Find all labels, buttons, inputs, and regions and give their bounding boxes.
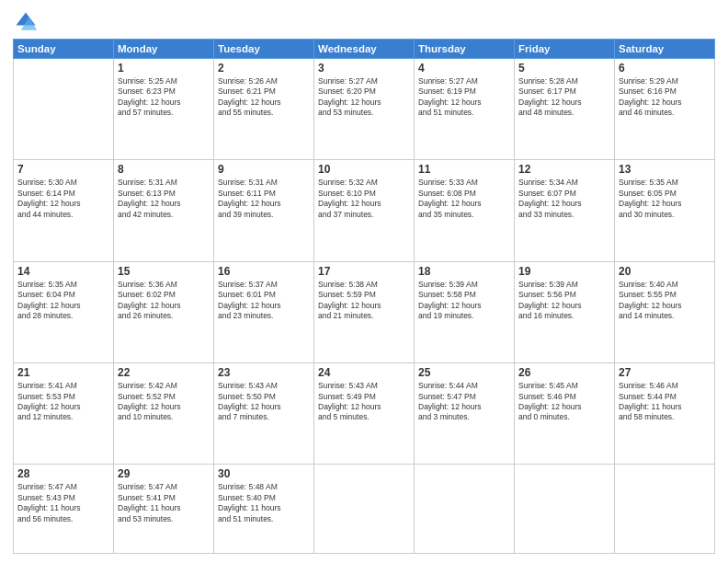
day-number: 22: [118, 366, 210, 379]
week-row-5: 28Sunrise: 5:47 AMSunset: 5:43 PMDayligh…: [14, 465, 715, 554]
calendar-cell: 5Sunrise: 5:28 AMSunset: 6:17 PMDaylight…: [515, 59, 615, 160]
calendar-cell: 8Sunrise: 5:31 AMSunset: 6:13 PMDaylight…: [114, 160, 214, 261]
cell-details: Sunrise: 5:35 AMSunset: 6:04 PMDaylight:…: [17, 280, 109, 322]
cell-details: Sunrise: 5:43 AMSunset: 5:50 PMDaylight:…: [218, 381, 310, 423]
day-number: 2: [218, 62, 310, 75]
cell-details: Sunrise: 5:34 AMSunset: 6:07 PMDaylight:…: [518, 178, 610, 220]
calendar-cell: 25Sunrise: 5:44 AMSunset: 5:47 PMDayligh…: [415, 363, 515, 465]
calendar-cell: 26Sunrise: 5:45 AMSunset: 5:46 PMDayligh…: [515, 363, 615, 465]
cell-details: Sunrise: 5:42 AMSunset: 5:52 PMDaylight:…: [118, 381, 210, 423]
day-number: 5: [518, 62, 610, 75]
day-number: 11: [418, 163, 510, 176]
day-number: 3: [318, 62, 410, 75]
day-number: 14: [17, 265, 109, 278]
cell-details: Sunrise: 5:46 AMSunset: 5:44 PMDaylight:…: [619, 381, 711, 423]
logo: [13, 9, 40, 35]
cell-details: Sunrise: 5:33 AMSunset: 6:08 PMDaylight:…: [418, 178, 510, 220]
cell-details: Sunrise: 5:44 AMSunset: 5:47 PMDaylight:…: [418, 381, 510, 423]
calendar-cell: 28Sunrise: 5:47 AMSunset: 5:43 PMDayligh…: [14, 465, 114, 554]
day-number: 26: [518, 366, 610, 379]
week-row-3: 14Sunrise: 5:35 AMSunset: 6:04 PMDayligh…: [14, 261, 715, 362]
calendar-cell: 14Sunrise: 5:35 AMSunset: 6:04 PMDayligh…: [14, 261, 114, 362]
cell-details: Sunrise: 5:43 AMSunset: 5:49 PMDaylight:…: [318, 381, 410, 423]
day-number: 28: [17, 467, 109, 480]
cell-details: Sunrise: 5:31 AMSunset: 6:13 PMDaylight:…: [118, 178, 210, 220]
calendar-table: SundayMondayTuesdayWednesdayThursdayFrid…: [13, 39, 715, 554]
cell-details: Sunrise: 5:27 AMSunset: 6:19 PMDaylight:…: [418, 76, 510, 119]
calendar-cell: 29Sunrise: 5:47 AMSunset: 5:41 PMDayligh…: [114, 465, 214, 554]
day-number: 4: [418, 62, 510, 75]
day-number: 21: [17, 366, 109, 379]
calendar-cell: 2Sunrise: 5:26 AMSunset: 6:21 PMDaylight…: [214, 59, 314, 160]
day-number: 16: [218, 265, 310, 278]
calendar-cell: 30Sunrise: 5:48 AMSunset: 5:40 PMDayligh…: [214, 465, 314, 554]
cell-details: Sunrise: 5:45 AMSunset: 5:46 PMDaylight:…: [518, 381, 610, 423]
weekday-header-row: SundayMondayTuesdayWednesdayThursdayFrid…: [14, 40, 715, 59]
cell-details: Sunrise: 5:41 AMSunset: 5:53 PMDaylight:…: [17, 381, 109, 423]
day-number: 20: [619, 265, 711, 278]
weekday-tuesday: Tuesday: [214, 40, 314, 59]
calendar-cell: 15Sunrise: 5:36 AMSunset: 6:02 PMDayligh…: [114, 261, 214, 362]
weekday-thursday: Thursday: [415, 40, 515, 59]
week-row-1: 1Sunrise: 5:25 AMSunset: 6:23 PMDaylight…: [14, 59, 715, 160]
calendar-cell: [515, 465, 615, 554]
cell-details: Sunrise: 5:30 AMSunset: 6:14 PMDaylight:…: [17, 178, 109, 220]
day-number: 15: [118, 265, 210, 278]
cell-details: Sunrise: 5:47 AMSunset: 5:43 PMDaylight:…: [17, 482, 109, 524]
cell-details: Sunrise: 5:29 AMSunset: 6:16 PMDaylight:…: [619, 76, 711, 119]
cell-details: Sunrise: 5:31 AMSunset: 6:11 PMDaylight:…: [218, 178, 310, 220]
day-number: 18: [418, 265, 510, 278]
day-number: 25: [418, 366, 510, 379]
calendar-cell: 6Sunrise: 5:29 AMSunset: 6:16 PMDaylight…: [615, 59, 715, 160]
day-number: 12: [518, 163, 610, 176]
header: [13, 9, 715, 35]
calendar-cell: 16Sunrise: 5:37 AMSunset: 6:01 PMDayligh…: [214, 261, 314, 362]
calendar-cell: 3Sunrise: 5:27 AMSunset: 6:20 PMDaylight…: [314, 59, 415, 160]
cell-details: Sunrise: 5:35 AMSunset: 6:05 PMDaylight:…: [619, 178, 711, 220]
calendar-cell: 27Sunrise: 5:46 AMSunset: 5:44 PMDayligh…: [615, 363, 715, 465]
calendar-cell: 7Sunrise: 5:30 AMSunset: 6:14 PMDaylight…: [14, 160, 114, 261]
day-number: 6: [619, 62, 711, 75]
week-row-4: 21Sunrise: 5:41 AMSunset: 5:53 PMDayligh…: [14, 363, 715, 465]
weekday-monday: Monday: [114, 40, 214, 59]
cell-details: Sunrise: 5:38 AMSunset: 5:59 PMDaylight:…: [318, 280, 410, 322]
cell-details: Sunrise: 5:25 AMSunset: 6:23 PMDaylight:…: [118, 76, 210, 119]
calendar-cell: 20Sunrise: 5:40 AMSunset: 5:55 PMDayligh…: [615, 261, 715, 362]
calendar-cell: 19Sunrise: 5:39 AMSunset: 5:56 PMDayligh…: [515, 261, 615, 362]
weekday-sunday: Sunday: [14, 40, 114, 59]
day-number: 8: [118, 163, 210, 176]
calendar-cell: 12Sunrise: 5:34 AMSunset: 6:07 PMDayligh…: [515, 160, 615, 261]
calendar-cell: 17Sunrise: 5:38 AMSunset: 5:59 PMDayligh…: [314, 261, 415, 362]
week-row-2: 7Sunrise: 5:30 AMSunset: 6:14 PMDaylight…: [14, 160, 715, 261]
cell-details: Sunrise: 5:39 AMSunset: 5:58 PMDaylight:…: [418, 280, 510, 322]
calendar-cell: 1Sunrise: 5:25 AMSunset: 6:23 PMDaylight…: [114, 59, 214, 160]
calendar-cell: 23Sunrise: 5:43 AMSunset: 5:50 PMDayligh…: [214, 363, 314, 465]
cell-details: Sunrise: 5:32 AMSunset: 6:10 PMDaylight:…: [318, 178, 410, 220]
cell-details: Sunrise: 5:26 AMSunset: 6:21 PMDaylight:…: [218, 76, 310, 119]
day-number: 24: [318, 366, 410, 379]
page: SundayMondayTuesdayWednesdayThursdayFrid…: [0, 0, 728, 563]
day-number: 7: [17, 163, 109, 176]
day-number: 27: [619, 366, 711, 379]
day-number: 9: [218, 163, 310, 176]
day-number: 13: [619, 163, 711, 176]
calendar-cell: 22Sunrise: 5:42 AMSunset: 5:52 PMDayligh…: [114, 363, 214, 465]
day-number: 23: [218, 366, 310, 379]
day-number: 1: [118, 62, 210, 75]
day-number: 17: [318, 265, 410, 278]
day-number: 10: [318, 163, 410, 176]
calendar-cell: [415, 465, 515, 554]
day-number: 19: [518, 265, 610, 278]
cell-details: Sunrise: 5:36 AMSunset: 6:02 PMDaylight:…: [118, 280, 210, 322]
cell-details: Sunrise: 5:47 AMSunset: 5:41 PMDaylight:…: [118, 482, 210, 524]
cell-details: Sunrise: 5:40 AMSunset: 5:55 PMDaylight:…: [619, 280, 711, 322]
calendar-cell: 18Sunrise: 5:39 AMSunset: 5:58 PMDayligh…: [415, 261, 515, 362]
day-number: 29: [118, 467, 210, 480]
day-number: 30: [218, 467, 310, 480]
cell-details: Sunrise: 5:37 AMSunset: 6:01 PMDaylight:…: [218, 280, 310, 322]
weekday-wednesday: Wednesday: [314, 40, 415, 59]
calendar-cell: 10Sunrise: 5:32 AMSunset: 6:10 PMDayligh…: [314, 160, 415, 261]
calendar-cell: [615, 465, 715, 554]
calendar-cell: 24Sunrise: 5:43 AMSunset: 5:49 PMDayligh…: [314, 363, 415, 465]
logo-icon: [13, 9, 39, 35]
